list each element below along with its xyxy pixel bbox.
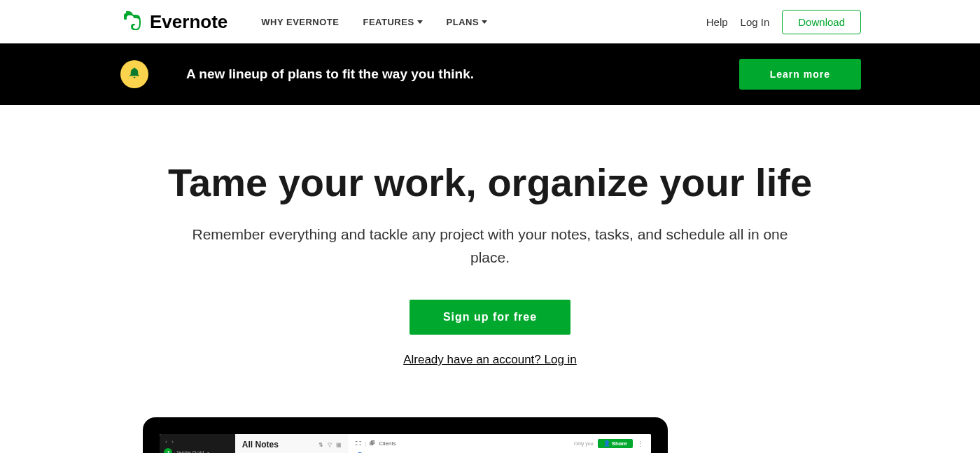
hero-subtitle: Remember everything and tackle any proje… [175,223,805,269]
nav-right: Help Log In Download [706,10,861,34]
mock-list-title: All Notes [242,440,279,449]
mock-breadcrumb-label: Clients [379,440,396,447]
chevron-down-icon: ▾ [207,450,209,453]
chevron-down-icon [417,20,423,24]
mock-username: Jamie Gold [176,449,204,453]
device-frame: ‹ › J Jamie Gold ▾ Search All [143,417,668,453]
expand-icon: ⛶ [356,440,361,447]
learn-more-button[interactable]: Learn more [739,59,861,90]
help-link[interactable]: Help [706,16,728,28]
more-icon: ⋮ [637,440,644,447]
mock-note-list: All Notes ⇅ ▽ ▦ 86 notes JUN 2021 [235,434,349,453]
bell-icon [128,67,141,83]
side-copy: WORK ANYWHERE [745,417,843,453]
forward-icon: › [172,438,174,445]
banner-text: A new lineup of plans to fit the way you… [186,67,474,82]
download-button[interactable]: Download [782,10,861,34]
login-link[interactable]: Log In [741,16,770,28]
nav-plans[interactable]: PLANS [447,17,488,27]
nav-features[interactable]: FEATURES [363,17,422,27]
promo-banner: A new lineup of plans to fit the way you… [0,43,980,105]
mock-share-button: 👤 Share [598,439,633,448]
avatar: J [164,448,172,453]
elephant-icon [120,11,143,33]
mock-sidebar: ‹ › J Jamie Gold ▾ Search [160,434,235,453]
mock-editor-header: ⛶ | 🗊 Clients Only you 👤 Share ⋮ [356,438,644,448]
top-nav: Evernote WHY EVERNOTE FEATURES PLANS Hel… [0,0,980,43]
bell-badge [120,60,148,88]
filter-icon: ▽ [328,442,332,448]
sort-icon: ⇅ [318,442,323,448]
hero: Tame your work, organize your life Remem… [0,105,980,367]
mock-breadcrumb: ⛶ | 🗊 Clients [356,440,396,447]
hero-title: Tame your work, organize your life [14,160,966,205]
nav-links: WHY EVERNOTE FEATURES PLANS [261,17,487,27]
back-icon: ‹ [165,438,167,445]
mock-user: J Jamie Gold ▾ [164,448,231,453]
person-icon: 👤 [603,440,610,447]
mock-editor: ⛶ | 🗊 Clients Only you 👤 Share ⋮ [349,434,651,453]
mockup-row: ‹ › J Jamie Gold ▾ Search All [0,417,980,453]
mock-nav-arrows: ‹ › [164,438,231,445]
chevron-down-icon [482,20,487,24]
brand-name: Evernote [150,11,227,33]
notebook-icon: 🗊 [370,440,375,447]
app-mockup: ‹ › J Jamie Gold ▾ Search All [160,434,651,453]
existing-account-link[interactable]: Already have an account? Log in [403,353,577,367]
mock-list-actions: ⇅ ▽ ▦ [318,442,342,448]
signup-button[interactable]: Sign up for free [410,300,570,335]
brand-logo[interactable]: Evernote [120,11,227,33]
view-icon: ▦ [336,442,342,448]
mock-visibility: Only you [574,441,594,446]
nav-why-evernote[interactable]: WHY EVERNOTE [261,17,339,27]
